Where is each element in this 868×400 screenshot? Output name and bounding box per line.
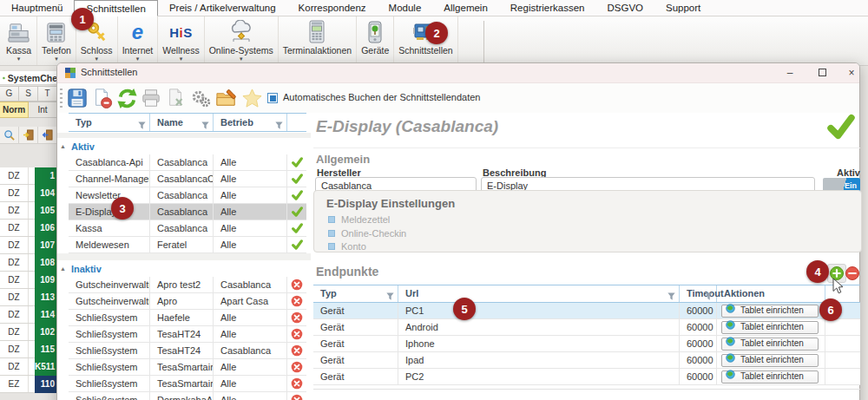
ep-column-header-typ[interactable]: Typ [313,285,398,302]
tablet-einrichten-button[interactable]: Tablet einrichten [721,370,819,384]
star-icon[interactable] [240,87,263,109]
menu-item-registrierkassen[interactable]: Registrierkassen [499,0,596,16]
filter-funnel-icon[interactable] [385,290,395,306]
room-row[interactable]: DZ106 [0,220,57,237]
ribbon-item-telefon[interactable]: Telefon▾ [37,16,76,65]
ribbon-item-online-systems[interactable]: Online-Systems▾ [205,16,279,65]
room-row[interactable]: DZ114 [0,306,57,324]
setting-item-online-checkin[interactable]: Online-Checkin [328,228,406,239]
delete-page-icon[interactable] [91,87,114,109]
interface-row-channel-manager[interactable]: Channel-ManagerCasablancaCMAlle [69,171,306,187]
filter-funnel-icon[interactable] [704,290,713,306]
ribbon-item-internet[interactable]: eInternet▾ [118,16,159,65]
remove-endpoint-button[interactable] [845,266,859,280]
bg-tab-norm[interactable]: Norm [0,102,29,118]
tablet-einrichten-button[interactable]: Tablet einrichten [721,321,819,334]
endpoint-row-pc2[interactable]: GerätPC260000Tablet einrichten [313,369,860,385]
interface-row-schlie-system[interactable]: SchließsystemTesaSmartairAlle [69,359,306,376]
interface-row-schlie-system[interactable]: SchließsystemTesaHT24Casablanca [69,343,306,359]
interface-row-kassa[interactable]: KassaCasablancaAlle [69,220,306,237]
interface-row-casablanca-api[interactable]: Casablanca-ApiCasablancaAlle [69,154,306,171]
search-icon[interactable] [0,127,19,143]
endpoint-row-pc1[interactable]: GerätPC160000Tablet einrichten [313,303,860,319]
bg-column-t[interactable]: T [38,86,57,102]
interface-row-meldewesen[interactable]: MeldewesenFeratelAlle [69,237,306,253]
save-icon[interactable] [66,87,89,109]
bg-column-s[interactable]: S [19,86,38,102]
ep-column-header-timeout[interactable]: Timeout [680,285,717,302]
close-button[interactable]: × [844,66,859,81]
menu-item-hauptmenü[interactable]: Hauptmenü [0,0,74,16]
setting-item-konto[interactable]: Konto [328,241,366,252]
ribbon-item-geräte[interactable]: Geräte [357,16,394,65]
interface-row-schlie-system[interactable]: SchließsystemHaefeleAlle [69,310,306,326]
interface-row-schlie-system[interactable]: SchließsystemDormakabaAmbiaAlle [69,392,306,400]
room-row[interactable]: DZ1 [0,167,57,185]
endpoint-row-android[interactable]: GerätAndroid60000Tablet einrichten [313,319,860,336]
filter-funnel-icon[interactable] [667,290,676,306]
interface-row-gutscheinverwaltung[interactable]: GutscheinverwaltungApro test2Casablanca [69,277,306,293]
ribbon-item-schnittstellen[interactable]: Schnittstellen [394,16,457,65]
menu-item-korrespondenz[interactable]: Korrespondenz [287,0,378,16]
chevron-down-icon[interactable]: ▾ [240,56,243,62]
print-icon[interactable] [140,87,162,109]
settings-gears-icon[interactable] [189,87,212,109]
room-row[interactable]: DZ107 [0,237,57,254]
ep-column-header-aktionen[interactable]: Aktionen [717,285,825,302]
menu-item-preis-artikelverwaltung[interactable]: Preis / Artikelverwaltung [158,0,287,16]
system-check-icon [3,73,5,83]
tablet-einrichten-button[interactable]: Tablet einrichten [721,354,819,367]
checkin-door-icon[interactable] [19,127,38,143]
endpoint-row-iphone[interactable]: GerätIphone60000Tablet einrichten [313,336,860,352]
chevron-down-icon[interactable]: ▾ [136,56,140,62]
chevron-down-icon[interactable]: ▾ [95,56,98,62]
menu-item-dsgvo[interactable]: DSGVO [595,0,654,16]
maximize-button[interactable] [814,66,830,81]
room-row[interactable]: DZ108 [0,254,57,272]
auto-booking-checkbox[interactable] [267,93,278,103]
bg-column-g[interactable]: G [0,86,19,102]
bg-tab-int[interactable]: Int [29,102,57,118]
folder-edit-icon[interactable] [214,87,237,109]
room-row[interactable]: DZ104 [0,185,57,202]
ribbon-item-wellness[interactable]: HiSWellness▾ [158,16,204,65]
room-row[interactable]: DZK511 [0,358,57,376]
room-row[interactable]: DZ109 [0,272,57,289]
tablet-einrichten-button[interactable]: Tablet einrichten [721,305,819,318]
list-column-header-name[interactable]: Name [150,114,214,131]
menu-item-allgemein[interactable]: Allgemein [432,0,499,16]
collapse-triangle-icon[interactable]: ▲ [60,143,66,149]
export-page-icon[interactable] [165,87,187,109]
ep-column-header-url[interactable]: Url [398,285,680,302]
tablet-einrichten-button[interactable]: Tablet einrichten [721,338,819,351]
interface-row-e-display[interactable]: E-DisplayCasablancaAlle [69,204,306,220]
interface-row-gutscheinverwaltung[interactable]: GutscheinverwaltungAproApart Casa [69,293,306,310]
setting-item-meldezettel[interactable]: Meldezettel [328,214,390,225]
chevron-down-icon[interactable]: ▾ [180,56,183,62]
ribbon-item-terminalaktionen[interactable]: Terminalaktionen [279,16,357,65]
ribbon-item-kassa[interactable]: Kassa▾ [1,16,37,65]
interface-row-schlie-system[interactable]: SchließsystemTesaSmartairAlle [69,376,306,392]
room-row[interactable]: DZ102 [0,324,57,341]
list-column-header-betrieb[interactable]: Betrieb [214,114,287,131]
room-row[interactable]: EZ110 [0,376,57,393]
checkout-door-icon[interactable] [38,127,57,143]
collapse-triangle-icon[interactable]: ▲ [60,266,66,272]
endpoint-row-ipad[interactable]: GerätIpad60000Tablet einrichten [313,352,860,369]
chevron-down-icon[interactable]: ▾ [17,56,21,62]
room-row[interactable]: DZ113 [0,289,57,306]
toolbar-grip[interactable] [60,89,62,108]
menu-item-support[interactable]: Support [654,0,712,16]
group-header-aktiv[interactable]: ▲Aktiv [57,138,311,154]
chevron-down-icon[interactable]: ▾ [55,56,58,62]
room-row[interactable]: DZ105 [0,202,57,220]
group-header-inaktiv[interactable]: ▲Inaktiv [57,260,311,277]
room-row[interactable]: DZ115 [0,341,57,358]
minimize-button[interactable]: – [782,66,798,81]
refresh-icon[interactable] [115,87,138,109]
list-column-header-typ[interactable]: Typ [69,114,150,131]
interface-row-schlie-system[interactable]: SchließsystemTesaHT24Alle [69,326,306,343]
menu-item-module[interactable]: Module [378,0,433,16]
interface-row-newsletter[interactable]: NewsletterCasablancaAlle [69,187,306,204]
dialog-titlebar[interactable]: Schnittstellen – × [57,63,859,83]
